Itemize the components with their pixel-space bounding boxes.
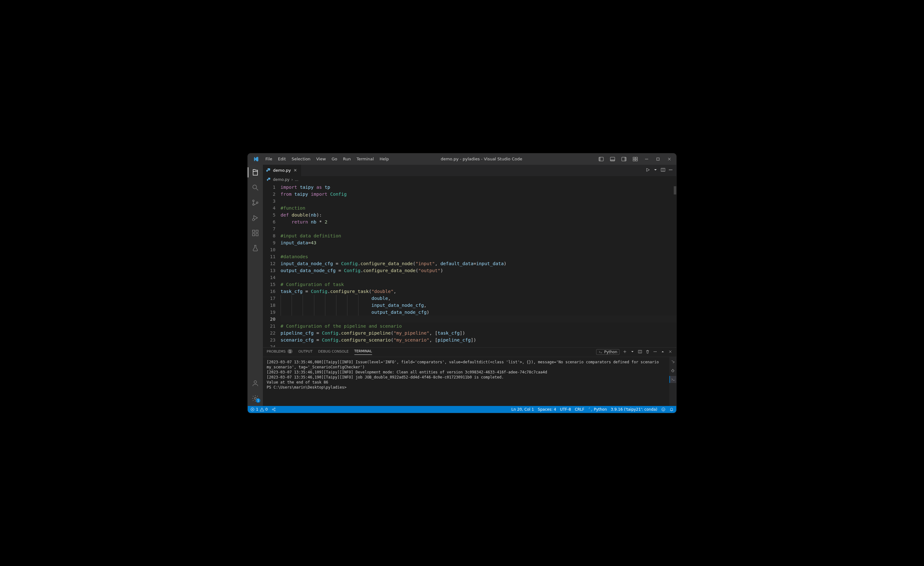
python-file-icon xyxy=(267,177,271,182)
tab-demo-py[interactable]: demo.py ✕ xyxy=(263,165,302,176)
status-errors[interactable]: 1 0 xyxy=(250,407,268,411)
toggle-primary-sidebar-icon[interactable] xyxy=(597,155,606,164)
panel-more-icon[interactable] xyxy=(653,350,657,355)
accounts-icon[interactable] xyxy=(248,377,263,390)
terminal-shell-icon[interactable] xyxy=(669,376,676,383)
status-eol[interactable]: CRLF xyxy=(574,407,584,411)
svg-point-60 xyxy=(664,409,664,409)
menu-terminal[interactable]: Terminal xyxy=(354,155,376,162)
svg-point-17 xyxy=(253,204,254,205)
menu-run[interactable]: Run xyxy=(340,155,354,162)
explorer-icon[interactable] xyxy=(248,166,263,179)
status-interpreter[interactable]: 3.9.16 ('taipy21': conda) xyxy=(610,407,657,411)
svg-point-14 xyxy=(253,185,256,189)
svg-point-54 xyxy=(274,408,276,409)
breadcrumb-file: demo.py xyxy=(273,177,290,182)
editor-tabs: demo.py ✕ xyxy=(263,165,676,176)
status-language[interactable]: Python xyxy=(588,407,607,411)
new-terminal-icon[interactable] xyxy=(622,350,627,355)
kill-terminal-icon[interactable] xyxy=(645,350,650,355)
svg-marker-28 xyxy=(646,168,650,171)
status-feedback-icon[interactable] xyxy=(661,407,666,411)
breadcrumb-rest: ... xyxy=(295,177,298,182)
toggle-panel-icon[interactable] xyxy=(608,155,617,164)
maximize-button[interactable] xyxy=(654,155,662,164)
panel-tabs: Problems 1 Output Debug Console Terminal… xyxy=(263,348,676,357)
terminal-side-icons xyxy=(669,357,676,406)
run-debug-icon[interactable] xyxy=(248,212,263,224)
svg-rect-1 xyxy=(599,157,600,161)
terminal-dropdown-icon[interactable] xyxy=(630,350,634,355)
extensions-icon[interactable] xyxy=(248,227,263,239)
svg-point-18 xyxy=(256,202,258,203)
svg-point-59 xyxy=(663,409,663,409)
split-terminal-icon[interactable] xyxy=(638,350,642,355)
maximize-panel-icon[interactable] xyxy=(660,350,665,355)
menu-bar: File Edit Selection View Go Run Terminal… xyxy=(263,155,391,162)
panel-tab-output[interactable]: Output xyxy=(298,350,312,355)
problems-count-badge: 1 xyxy=(288,349,292,354)
editor-area: demo.py ✕ demo.py › ... 1234 xyxy=(263,165,676,406)
menu-file[interactable]: File xyxy=(263,155,275,162)
customize-layout-icon[interactable] xyxy=(631,155,640,164)
terminal-bug-icon[interactable] xyxy=(669,367,676,374)
svg-point-55 xyxy=(274,410,276,411)
tab-label: demo.py xyxy=(273,168,291,173)
code-content[interactable]: import taipy as tpfrom taipy import Conf… xyxy=(280,183,676,347)
svg-point-40 xyxy=(655,351,656,352)
svg-line-56 xyxy=(273,408,274,409)
python-file-icon xyxy=(266,168,271,173)
svg-rect-21 xyxy=(252,230,255,232)
close-panel-icon[interactable] xyxy=(668,350,672,355)
terminal-snake-icon[interactable] xyxy=(669,358,676,365)
svg-point-27 xyxy=(268,168,268,169)
menu-selection[interactable]: Selection xyxy=(289,155,313,162)
menu-help[interactable]: Help xyxy=(377,155,392,162)
bottom-panel: Problems 1 Output Debug Console Terminal… xyxy=(263,347,676,406)
svg-rect-9 xyxy=(636,159,638,161)
panel-tab-debug[interactable]: Debug Console xyxy=(318,350,348,355)
tab-close-icon[interactable]: ✕ xyxy=(293,168,298,173)
source-control-icon[interactable] xyxy=(248,196,263,209)
code-editor[interactable]: 123456789101112131415161718192021222324 … xyxy=(263,183,676,347)
svg-point-32 xyxy=(670,170,671,170)
svg-rect-5 xyxy=(624,157,626,161)
split-editor-icon[interactable] xyxy=(660,167,666,173)
minimize-button[interactable] xyxy=(642,155,651,164)
close-button[interactable] xyxy=(665,155,674,164)
panel-tab-problems[interactable]: Problems 1 xyxy=(267,349,292,355)
run-dropdown-icon[interactable] xyxy=(653,167,658,173)
testing-icon[interactable] xyxy=(248,242,263,254)
toggle-secondary-sidebar-icon[interactable] xyxy=(620,155,628,164)
svg-point-33 xyxy=(672,170,672,170)
settings-gear-icon[interactable]: 1 xyxy=(248,392,263,405)
status-encoding[interactable]: UTF-8 xyxy=(560,407,571,411)
status-bell-icon[interactable] xyxy=(669,407,674,411)
panel-tab-terminal[interactable]: Terminal xyxy=(354,349,372,355)
status-indent[interactable]: Spaces: 4 xyxy=(538,407,556,411)
svg-rect-3 xyxy=(610,159,615,161)
activity-bar: 1 xyxy=(248,165,263,406)
svg-rect-11 xyxy=(657,158,659,161)
more-actions-icon[interactable] xyxy=(668,167,673,173)
svg-point-31 xyxy=(669,170,670,170)
svg-point-44 xyxy=(672,370,674,372)
vscode-logo-icon xyxy=(250,156,262,162)
search-icon[interactable] xyxy=(248,181,263,194)
status-cursor[interactable]: Ln 20, Col 1 xyxy=(512,407,534,411)
terminal[interactable]: [2023-03-07 13:35:46,080][Taipy][INFO] I… xyxy=(263,357,676,406)
run-file-icon[interactable] xyxy=(645,167,650,173)
menu-go[interactable]: Go xyxy=(329,155,340,162)
status-live-share-icon[interactable] xyxy=(272,407,276,411)
menu-view[interactable]: View xyxy=(314,155,328,162)
svg-rect-6 xyxy=(633,157,635,159)
window-title: demo.py - pyladies - Visual Studio Code xyxy=(393,156,596,161)
terminal-profile[interactable]: Python xyxy=(596,349,620,355)
titlebar: File Edit Selection View Go Run Terminal… xyxy=(248,153,676,165)
svg-rect-8 xyxy=(633,159,635,161)
breadcrumbs[interactable]: demo.py › ... xyxy=(263,176,676,183)
minimap[interactable] xyxy=(674,183,676,347)
menu-edit[interactable]: Edit xyxy=(276,155,288,162)
svg-line-57 xyxy=(273,410,274,410)
status-bar: 1 0 Ln 20, Col 1 Spaces: 4 UTF-8 CRLF Py… xyxy=(248,406,676,413)
